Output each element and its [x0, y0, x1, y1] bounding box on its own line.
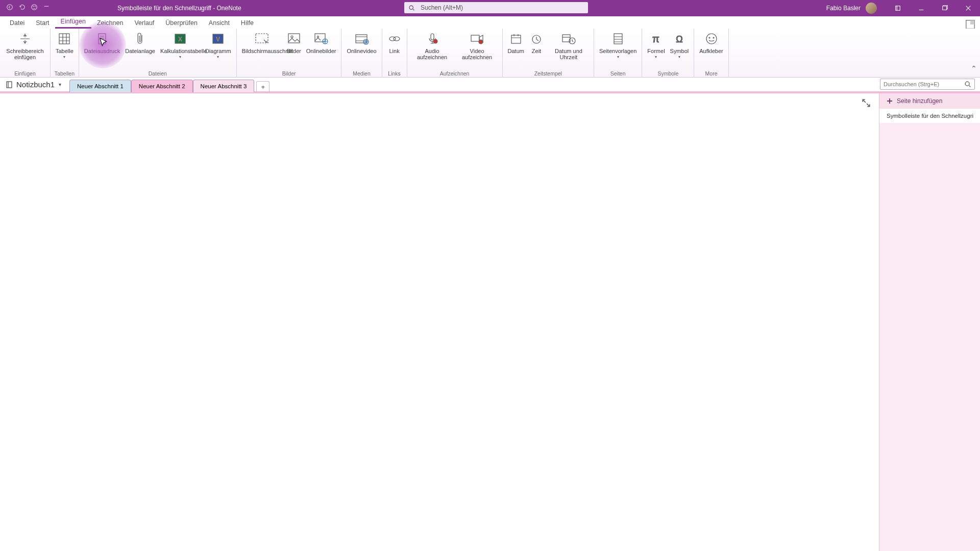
undo-icon[interactable] [18, 4, 26, 13]
svg-point-0 [7, 5, 13, 10]
section-search[interactable]: Durchsuchen (Strg+E) [880, 79, 975, 90]
chevron-down-icon: ▾ [655, 55, 657, 59]
back-icon[interactable] [6, 4, 13, 13]
ribbon-tab[interactable]: Start [30, 17, 55, 29]
page-canvas[interactable] [0, 93, 879, 551]
section-tab[interactable]: Neuer Abschnitt 3 [193, 80, 255, 92]
avatar[interactable] [866, 3, 877, 14]
ribbon-button-label: Tabelle [56, 48, 74, 54]
ribbon-group-name: Bilder [282, 70, 296, 77]
ribbon-button-date[interactable]: Datum [506, 32, 526, 68]
touch-icon[interactable] [31, 4, 38, 13]
ribbon-group: Schreibbereich einfügenEinfügen [0, 29, 51, 78]
ribbon-tab[interactable]: Ansicht [203, 17, 235, 29]
svg-text:Ω: Ω [676, 34, 682, 44]
section-tab-label: Neuer Abschnitt 1 [77, 83, 124, 89]
ribbon-button-label: Datum und Uhrzeit [549, 48, 589, 60]
ribbon-group: Audio aufzeichnenVideo aufzeichnenAufzei… [407, 29, 503, 78]
svg-rect-29 [511, 35, 521, 43]
qat-more-icon[interactable] [43, 4, 50, 13]
search-placeholder: Suchen (Alt+M) [421, 4, 463, 11]
ribbon-group: DatumZeitDatum und UhrzeitZeitstempel [503, 29, 594, 78]
plus-icon [887, 98, 893, 104]
search-icon [408, 5, 415, 11]
ribbon-button-space-insert[interactable]: Schreibbereich einfügen [3, 32, 47, 68]
svg-point-40 [965, 82, 969, 86]
ribbon-button-label: Onlinebilder [306, 48, 336, 54]
section-tab-label: Neuer Abschnitt 3 [201, 83, 247, 89]
ribbon-button-paperclip[interactable]: Dateianlage [123, 32, 157, 68]
ribbon-button-video-rec[interactable]: Video aufzeichnen [455, 32, 499, 68]
ribbon-button-label: Bildschirmausschnitt [242, 48, 282, 54]
section-search-placeholder: Durchsuchen (Strg+E) [884, 81, 964, 87]
notebook-picker[interactable]: Notizbuch1 ▾ [5, 80, 61, 89]
ribbon-button-excel[interactable]: XKalkulationstabelle▾ [158, 32, 202, 68]
ribbon-button-label: Dateianlage [125, 48, 155, 54]
ribbon-button-time[interactable]: Zeit [527, 32, 546, 68]
ribbon-button-label: Formel [647, 48, 665, 54]
section-tab[interactable]: Neuer Abschnitt 1 [69, 80, 131, 92]
ribbon: Schreibbereich einfügenEinfügenTabelle▾T… [0, 29, 980, 78]
ribbon-group-name: More [705, 70, 718, 77]
expand-icon[interactable] [862, 98, 871, 108]
ribbon-button-table[interactable]: Tabelle▾ [54, 32, 76, 68]
ribbon-button-audio-rec[interactable]: Audio aufzeichnen [410, 32, 454, 68]
screenclip-icon [255, 32, 269, 46]
ribbon-tab[interactable]: Verlauf [129, 17, 160, 29]
ribbon-button-label: Datum [508, 48, 524, 54]
page-list-item[interactable]: Symbolleiste für den Schnellzugri [879, 109, 980, 123]
notebook-icon [5, 81, 13, 89]
audio-rec-icon [425, 32, 439, 46]
svg-point-28 [479, 40, 483, 44]
ribbon-group: BildschirmausschnittBilderOnlinebilderBi… [237, 29, 342, 78]
ribbon-button-online-picture[interactable]: Onlinebilder [304, 32, 338, 68]
chevron-down-icon: ▾ [617, 55, 619, 59]
ribbon-button-link[interactable]: Link [385, 32, 404, 68]
close-button[interactable] [957, 0, 980, 16]
svg-point-4 [409, 6, 413, 9]
user-name[interactable]: Fabio Basler [826, 5, 861, 12]
search-box[interactable]: Suchen (Alt+M) [404, 2, 588, 13]
maximize-button[interactable] [933, 0, 957, 16]
ribbon-tab[interactable]: Einfügen [55, 16, 91, 29]
add-page-button[interactable]: Seite hinzufügen [879, 93, 980, 109]
ribbon-button-datetime[interactable]: Datum und Uhrzeit [547, 32, 591, 68]
svg-point-17 [291, 36, 293, 38]
collapse-ribbon-icon[interactable]: ⌃ [971, 64, 977, 72]
ribbon-tab[interactable]: Überprüfen [160, 17, 203, 29]
ribbon-button-templates[interactable]: Seitenvorlagen▾ [597, 32, 639, 68]
ribbon-button-picture[interactable]: Bilder [285, 32, 303, 68]
ribbon-button-symbol[interactable]: ΩSymbol▾ [668, 32, 691, 68]
svg-rect-33 [614, 34, 622, 44]
cursor-pointer-icon [99, 37, 110, 51]
svg-rect-8 [970, 20, 974, 24]
add-section-button[interactable]: + [256, 81, 270, 92]
ribbon-button-video[interactable]: Onlinevideo [345, 32, 378, 68]
ribbon-button-label: Diagramm [205, 48, 231, 54]
sticker-icon [704, 32, 719, 46]
ribbon-tab[interactable]: Zeichnen [91, 17, 129, 29]
ribbon-tab[interactable]: Hilfe [235, 17, 259, 29]
ribbon-tabs: DateiStartEinfügenZeichnenVerlaufÜberprü… [0, 16, 980, 29]
svg-rect-27 [471, 35, 479, 41]
notebook-name: Notizbuch1 [16, 80, 55, 89]
ribbon-button-sticker[interactable]: Aufkleber [697, 32, 725, 68]
ribbon-button-screenclip[interactable]: Bildschirmausschnitt [240, 32, 284, 68]
svg-point-2 [33, 6, 34, 7]
ribbon-group-name: Dateien [149, 70, 167, 77]
svg-point-3 [35, 6, 35, 7]
notes-icon[interactable] [886, 0, 910, 16]
ribbon-group-name: Zeitstempel [534, 70, 562, 77]
svg-point-37 [709, 37, 710, 38]
minimize-button[interactable] [910, 0, 933, 16]
chevron-down-icon: ▾ [217, 55, 219, 59]
svg-rect-39 [7, 82, 12, 88]
svg-point-19 [317, 36, 319, 38]
ribbon-tab[interactable]: Datei [4, 17, 30, 29]
section-tab[interactable]: Neuer Abschnitt 2 [131, 80, 193, 92]
svg-rect-18 [315, 34, 325, 42]
paperclip-icon [133, 32, 148, 46]
ribbon-button-equation[interactable]: πFormel▾ [645, 32, 667, 68]
ribbon-button-visio[interactable]: VDiagramm▾ [203, 32, 233, 68]
ribbon-button-label: Zeit [532, 48, 541, 54]
